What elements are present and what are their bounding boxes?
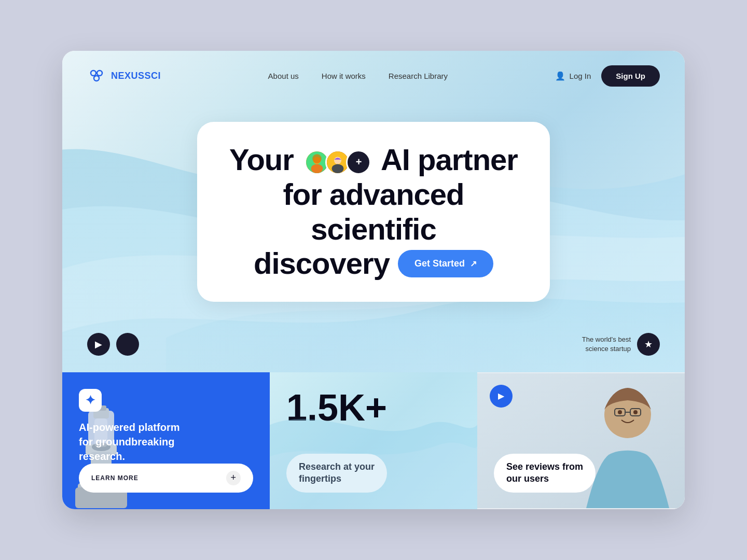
play-store-icon: ▶ (95, 339, 102, 350)
svg-point-0 (91, 71, 96, 76)
nav-actions: 👤 Log In Sign Up (555, 65, 660, 87)
signup-button[interactable]: Sign Up (601, 65, 660, 87)
login-button[interactable]: 👤 Log In (555, 71, 591, 81)
arrow-icon: ↗ (470, 259, 477, 269)
play-store-button[interactable]: ▶ (87, 333, 110, 356)
svg-point-10 (312, 154, 322, 163)
badge-text: The world's bestscience startup (582, 335, 631, 354)
stats-bg-wave (270, 372, 477, 509)
login-label: Log In (570, 72, 591, 80)
card-ai: ✦ AI-powered platform for groundbreaking… (62, 372, 270, 509)
review-line1: See reviews from (506, 461, 583, 472)
svg-point-27 (618, 410, 622, 414)
plus-circle-icon: + (226, 471, 241, 485)
svg-point-28 (633, 410, 638, 414)
review-line2: our users (506, 473, 549, 484)
headline-ai-partner: AI partner (381, 143, 518, 176)
svg-point-1 (97, 71, 102, 76)
svg-line-5 (98, 76, 99, 77)
hero-section: NEXUSSCI About us How it works Research … (62, 51, 685, 372)
svg-point-13 (332, 164, 344, 173)
hero-bottom: ▶ The world's bestscience startup ★ (62, 333, 685, 372)
card-blue-content: ✦ AI-powered platform for groundbreaking… (62, 372, 270, 464)
user-icon: 👤 (555, 71, 565, 81)
get-started-button[interactable]: Get Started ↗ (398, 250, 493, 277)
app-icons: ▶ (87, 333, 139, 356)
ai-badge: ✦ (79, 389, 102, 412)
page-wrapper: NEXUSSCI About us How it works Research … (62, 51, 685, 509)
logo[interactable]: NEXUSSCI (87, 67, 161, 86)
review-label-text: See reviews from our users (506, 461, 583, 485)
world-best-badge: The world's bestscience startup ★ (582, 333, 660, 356)
nav-how-it-works[interactable]: How it works (322, 72, 366, 80)
cta-label: Get Started (414, 258, 465, 269)
review-label: See reviews from our users (494, 454, 596, 493)
headline-scientific: for advanced scientific (283, 177, 464, 246)
learn-more-label: LEARN MORE (91, 474, 139, 482)
hero-headline: Your (226, 143, 521, 281)
play-icon-card: ▶ (498, 391, 504, 401)
logo-icon (87, 67, 106, 86)
play-button-card[interactable]: ▶ (490, 385, 513, 408)
learn-more-button[interactable]: LEARN MORE + (79, 464, 253, 493)
card-reviews: ▶ See reviews from our users (477, 372, 685, 509)
hero-content: Your (62, 101, 685, 333)
nav-about[interactable]: About us (268, 72, 299, 80)
plus-icon: ✦ (85, 393, 95, 408)
badge-star-icon: ★ (637, 333, 660, 356)
logo-prefix: NEXUS (111, 71, 145, 81)
headline-your: Your (229, 143, 294, 176)
star-icon: ★ (644, 339, 653, 350)
logo-text: NEXUSSCI (111, 71, 161, 81)
hero-headline-card: Your (197, 122, 550, 302)
avatar-group: + (305, 150, 371, 175)
logo-suffix: SCI (145, 71, 161, 81)
bottom-cards: ✦ AI-powered platform for groundbreaking… (62, 372, 685, 509)
nav-research-library[interactable]: Research Library (389, 72, 448, 80)
navbar: NEXUSSCI About us How it works Research … (62, 51, 685, 101)
nav-links: About us How it works Research Library (268, 72, 448, 80)
svg-line-4 (94, 76, 95, 77)
apple-store-button[interactable] (116, 333, 139, 356)
card-ai-text: AI-powered platform for groundbreaking r… (79, 420, 183, 464)
headline-discovery: discovery (254, 246, 390, 281)
card-stats: 1.5K+ Research at your fingertips (270, 372, 477, 509)
svg-point-8 (311, 164, 323, 173)
avatar-plus: + (346, 150, 371, 175)
